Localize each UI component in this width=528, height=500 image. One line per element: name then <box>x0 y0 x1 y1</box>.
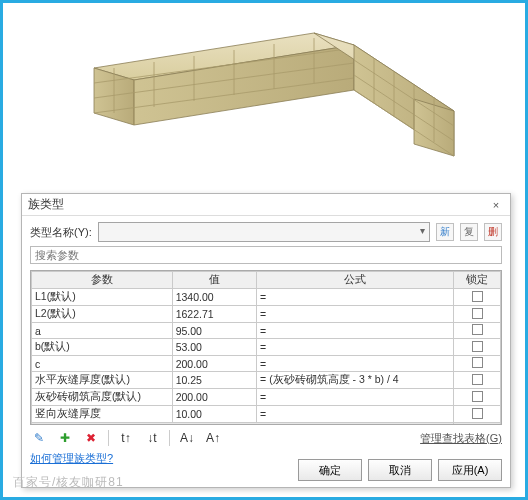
type-name-label: 类型名称(Y): <box>30 225 92 240</box>
family-types-dialog: 族类型 × 类型名称(Y): 新 复 删 参数 值 公式 锁定 <box>21 193 511 488</box>
param-name-cell[interactable]: L2(默认) <box>32 306 173 323</box>
col-param[interactable]: 参数 <box>32 272 173 289</box>
lock-checkbox[interactable] <box>472 324 483 335</box>
table-row[interactable]: a95.00= <box>32 323 501 339</box>
param-lock-cell[interactable] <box>454 406 501 423</box>
param-lock-cell[interactable] <box>454 389 501 406</box>
close-icon[interactable]: × <box>488 197 504 213</box>
table-row[interactable]: L1(默认)1340.00= <box>32 289 501 306</box>
table-row[interactable]: b(默认)53.00= <box>32 339 501 356</box>
table-row[interactable]: c200.00= <box>32 356 501 372</box>
param-formula-cell[interactable]: = <box>257 306 454 323</box>
lock-checkbox[interactable] <box>472 308 483 319</box>
param-name-cell[interactable]: b(默认) <box>32 339 173 356</box>
lock-checkbox[interactable] <box>472 408 483 419</box>
lock-checkbox[interactable] <box>472 357 483 368</box>
col-formula[interactable]: 公式 <box>257 272 454 289</box>
dialog-footer: 确定 取消 应用(A) <box>298 459 502 481</box>
brick-wall-model <box>54 13 474 183</box>
param-value-cell[interactable]: 10.25 <box>172 372 256 389</box>
param-lock-cell[interactable] <box>454 289 501 306</box>
param-value-cell[interactable]: 1622.71 <box>172 306 256 323</box>
param-value-cell[interactable]: 10.00 <box>172 406 256 423</box>
new-type-button[interactable]: 新 <box>436 223 454 241</box>
separator <box>169 430 170 446</box>
param-value-cell[interactable]: 53.00 <box>172 339 256 356</box>
param-lock-cell[interactable] <box>454 372 501 389</box>
param-name-cell[interactable]: L1(默认) <box>32 289 173 306</box>
param-name-cell[interactable]: 水平灰缝厚度(默认) <box>32 372 173 389</box>
param-value-cell[interactable]: 200.00 <box>172 356 256 372</box>
lock-checkbox[interactable] <box>472 391 483 402</box>
param-name-cell[interactable]: a <box>32 323 173 339</box>
param-formula-cell[interactable]: = <box>257 356 454 372</box>
cancel-button[interactable]: 取消 <box>368 459 432 481</box>
param-lock-cell[interactable] <box>454 323 501 339</box>
move-up-icon[interactable]: t↑ <box>117 429 135 447</box>
model-viewport[interactable] <box>3 3 525 193</box>
table-row[interactable]: 竖向灰缝厚度10.00= <box>32 406 501 423</box>
param-value-cell[interactable]: 1340.00 <box>172 289 256 306</box>
delete-param-icon[interactable]: ✖ <box>82 429 100 447</box>
search-input[interactable] <box>30 246 502 264</box>
sort-asc-icon[interactable]: A↓ <box>178 429 196 447</box>
param-value-cell[interactable]: 95.00 <box>172 323 256 339</box>
type-name-dropdown[interactable] <box>98 222 430 242</box>
help-link[interactable]: 如何管理族类型? <box>30 452 113 464</box>
param-lock-cell[interactable] <box>454 306 501 323</box>
table-row[interactable]: L2(默认)1622.71= <box>32 306 501 323</box>
param-formula-cell[interactable]: = <box>257 289 454 306</box>
ok-button[interactable]: 确定 <box>298 459 362 481</box>
param-formula-cell[interactable]: = <box>257 323 454 339</box>
sort-desc-icon[interactable]: A↑ <box>204 429 222 447</box>
col-value[interactable]: 值 <box>172 272 256 289</box>
param-lock-cell[interactable] <box>454 356 501 372</box>
manage-lookup-link[interactable]: 管理查找表格(G) <box>420 431 502 446</box>
move-down-icon[interactable]: ↓t <box>143 429 161 447</box>
dialog-title: 族类型 <box>28 196 64 213</box>
param-formula-cell[interactable]: = <box>257 406 454 423</box>
param-toolbar: ✎ ✚ ✖ t↑ ↓t A↓ A↑ 管理查找表格(G) <box>22 425 510 449</box>
new-param-icon[interactable]: ✎ <box>30 429 48 447</box>
add-param-icon[interactable]: ✚ <box>56 429 74 447</box>
param-formula-cell[interactable]: = (灰砂砖砌筑高度 - 3 * b) / 4 <box>257 372 454 389</box>
param-value-cell[interactable]: 200.00 <box>172 389 256 406</box>
param-name-cell[interactable]: 灰砂砖砌筑高度(默认) <box>32 389 173 406</box>
lock-checkbox[interactable] <box>472 341 483 352</box>
dialog-titlebar[interactable]: 族类型 × <box>22 194 510 216</box>
param-formula-cell[interactable]: = <box>257 339 454 356</box>
parameters-table-wrap[interactable]: 参数 值 公式 锁定 L1(默认)1340.00=L2(默认)1622.71=a… <box>30 270 502 425</box>
apply-button[interactable]: 应用(A) <box>438 459 502 481</box>
param-name-cell[interactable]: 竖向灰缝厚度 <box>32 406 173 423</box>
separator <box>108 430 109 446</box>
param-lock-cell[interactable] <box>454 339 501 356</box>
delete-type-button[interactable]: 删 <box>484 223 502 241</box>
lock-checkbox[interactable] <box>472 291 483 302</box>
table-row[interactable]: 灰砂砖砌筑高度(默认)200.00= <box>32 389 501 406</box>
lock-checkbox[interactable] <box>472 374 483 385</box>
parameters-table: 参数 值 公式 锁定 L1(默认)1340.00=L2(默认)1622.71=a… <box>31 271 501 425</box>
table-row[interactable]: 水平灰缝厚度(默认)10.25= (灰砂砖砌筑高度 - 3 * b) / 4 <box>32 372 501 389</box>
param-name-cell[interactable]: c <box>32 356 173 372</box>
duplicate-type-button[interactable]: 复 <box>460 223 478 241</box>
col-lock[interactable]: 锁定 <box>454 272 501 289</box>
param-formula-cell[interactable]: = <box>257 389 454 406</box>
